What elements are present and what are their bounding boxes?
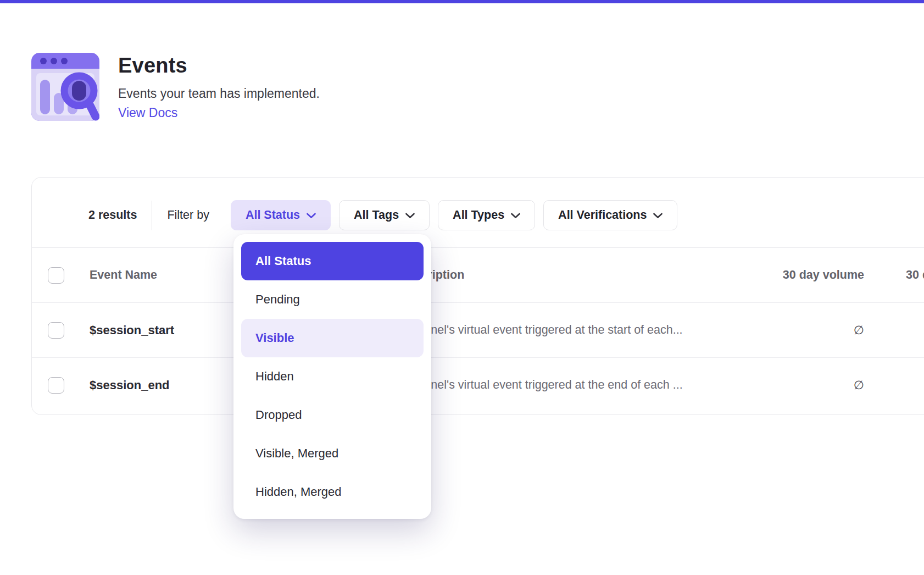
filter-all-status-label: All Status <box>246 208 300 222</box>
status-filter-dropdown: All Status Pending Visible Hidden Droppe… <box>233 234 431 519</box>
column-header-30-day-volume[interactable]: 30 day volume <box>754 268 864 282</box>
chevron-down-icon <box>511 213 520 219</box>
column-header-clipped[interactable]: 30 d <box>906 268 924 282</box>
dropdown-item-visible[interactable]: Visible <box>241 319 424 357</box>
chevron-down-icon <box>307 213 316 219</box>
filter-all-verifications[interactable]: All Verifications <box>543 200 677 230</box>
events-app-icon <box>31 53 99 121</box>
event-description: Mixpanel's virtual event triggered at th… <box>399 378 683 392</box>
event-30-day-volume: ∅ <box>754 323 864 338</box>
filter-toolbar: 2 results Filter by All Status All Tags … <box>32 178 924 247</box>
page-subtitle: Events your team has implemented. <box>118 86 320 101</box>
filter-all-types[interactable]: All Types <box>438 200 535 230</box>
events-table-card: 2 results Filter by All Status All Tags … <box>31 177 924 415</box>
dropdown-item-hidden[interactable]: Hidden <box>241 357 424 396</box>
chevron-down-icon <box>653 213 663 219</box>
filter-all-types-label: All Types <box>453 208 504 222</box>
top-accent-bar <box>0 0 924 3</box>
dropdown-item-visible-merged[interactable]: Visible, Merged <box>241 434 424 473</box>
event-name[interactable]: $session_end <box>90 378 170 392</box>
chevron-down-icon <box>405 213 415 219</box>
results-count: 2 results <box>88 208 137 222</box>
dropdown-item-all-status[interactable]: All Status <box>241 242 424 280</box>
table-header-row: Event Name Description 30 day volume 30 … <box>32 247 924 302</box>
table-row[interactable]: $session_start Mixpanel's virtual event … <box>32 302 924 357</box>
filter-all-tags[interactable]: All Tags <box>339 200 430 230</box>
row-checkbox[interactable] <box>48 377 64 394</box>
page-header: Events Events your team has implemented.… <box>31 53 320 121</box>
filter-all-verifications-label: All Verifications <box>558 208 647 222</box>
events-page: Events Events your team has implemented.… <box>0 0 924 575</box>
table-row[interactable]: $session_end Mixpanel's virtual event tr… <box>32 357 924 412</box>
row-checkbox[interactable] <box>48 322 64 339</box>
column-header-event-name[interactable]: Event Name <box>90 268 157 282</box>
page-header-text: Events Events your team has implemented.… <box>118 53 320 121</box>
event-description: Mixpanel's virtual event triggered at th… <box>399 323 683 337</box>
event-30-day-volume: ∅ <box>754 378 864 392</box>
toolbar-divider <box>152 201 152 230</box>
filter-all-tags-label: All Tags <box>354 208 399 222</box>
filter-all-status[interactable]: All Status <box>231 200 331 230</box>
page-title: Events <box>118 54 320 78</box>
dropdown-item-pending[interactable]: Pending <box>241 280 424 319</box>
select-all-checkbox[interactable] <box>48 267 64 284</box>
view-docs-link[interactable]: View Docs <box>118 106 320 120</box>
event-name[interactable]: $session_start <box>90 323 174 338</box>
dropdown-item-hidden-merged[interactable]: Hidden, Merged <box>241 473 424 511</box>
dropdown-item-dropped[interactable]: Dropped <box>241 396 424 434</box>
filter-by-label: Filter by <box>167 208 209 222</box>
